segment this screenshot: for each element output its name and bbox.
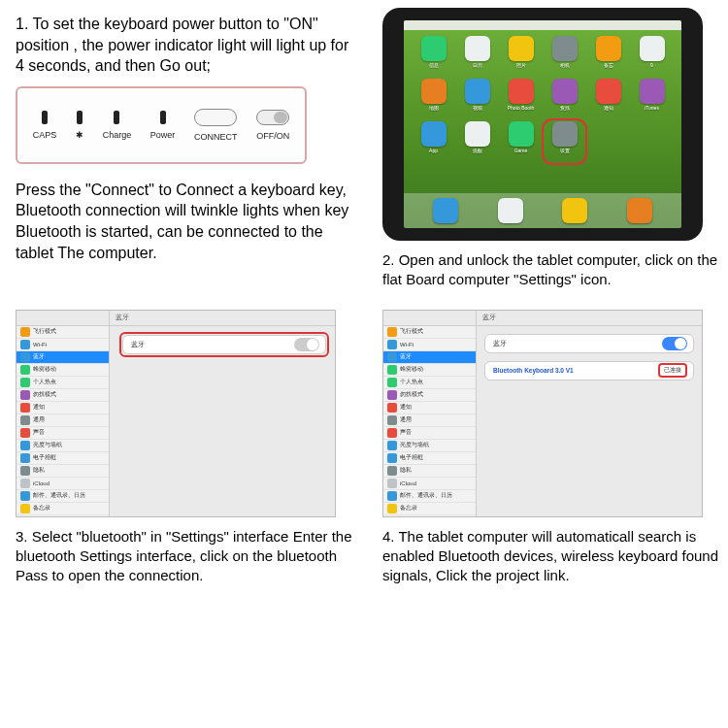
sidebar-item[interactable]: 通用 (17, 414, 109, 427)
sidebar-item[interactable]: Wi-Fi (17, 339, 109, 351)
sidebar-item[interactable]: 亮度与墙纸 (17, 440, 109, 452)
sidebar-item[interactable]: 备忘录 (383, 503, 476, 515)
sidebar-item-label: 个人热点 (33, 378, 56, 386)
bluetooth-toggle-off[interactable] (294, 338, 319, 351)
step1-body: Press the "Connect" to Connect a keyboar… (16, 180, 353, 263)
connect-button[interactable]: CONNECT (194, 109, 238, 142)
sidebar-item-label: 通知 (400, 403, 412, 412)
home-screen[interactable]: 信息日历照片相机备忘9地图视频Photo Booth查找通知iTunesApp提… (404, 30, 681, 193)
step-2: 信息日历照片相机备忘9地图视频Photo Booth查找通知iTunesApp提… (382, 8, 720, 290)
dock-app-icon[interactable] (433, 198, 458, 223)
bluetooth-toggle-row[interactable]: 蓝牙 (122, 335, 326, 354)
device-row[interactable]: Bluetooth Keyboard 3.0 V1 已连接 (484, 361, 694, 381)
app-icon[interactable]: 视频 (457, 79, 497, 119)
sidebar-item[interactable]: 通知 (383, 402, 476, 414)
sidebar-item[interactable]: 蓝牙 (17, 351, 109, 364)
app-icon[interactable]: 信息 (414, 36, 453, 77)
sidebar-item-label: iCloud (400, 480, 416, 486)
sidebar-item[interactable]: 隐私 (383, 465, 476, 478)
app-icon[interactable]: 地图 (414, 79, 453, 119)
sidebar-item[interactable]: 个人热点 (383, 377, 476, 389)
sidebar-item[interactable]: 蜂窝移动 (383, 364, 476, 377)
dock-app-icon[interactable] (498, 198, 523, 223)
settings-app-icon[interactable]: 设置 (545, 121, 584, 162)
bluetooth-toggle-highlight: 蓝牙 (121, 334, 327, 355)
sidebar-item[interactable]: iCloud (383, 478, 476, 490)
sidebar-item[interactable]: 蜂窝移动 (17, 364, 109, 377)
settings-sidebar[interactable]: 飞行模式Wi-Fi蓝牙蜂窝移动个人热点勿扰模式通知通用声音亮度与墙纸电子相框隐私… (383, 311, 477, 516)
bluetooth-label: 蓝牙 (493, 339, 507, 348)
app-icon[interactable]: 相机 (545, 36, 584, 77)
sidebar-item-label: 隐私 (33, 466, 45, 475)
sidebar-item-label: iCloud (33, 480, 50, 486)
settings-sidebar[interactable]: 飞行模式Wi-Fi蓝牙蜂窝移动个人热点勿扰模式通知通用声音亮度与墙纸电子相框隐私… (17, 311, 110, 516)
sidebar-item[interactable]: 通知 (17, 402, 109, 414)
sidebar-item-label: 备忘录 (33, 504, 50, 513)
app-icon[interactable]: iTunes (632, 79, 672, 119)
bluetooth-toggle-on[interactable] (662, 337, 687, 350)
dock[interactable] (404, 193, 681, 228)
sidebar-item-label: 个人热点 (400, 378, 423, 386)
sidebar-item[interactable]: 声音 (383, 427, 476, 440)
device-name: Bluetooth Keyboard 3.0 V1 (493, 367, 574, 374)
app-icon[interactable]: 备忘 (588, 36, 628, 77)
device-status-badge: 已连接 (658, 363, 687, 378)
status-bar (404, 20, 681, 30)
sidebar-item-label: 声音 (400, 428, 412, 437)
sidebar-item[interactable]: 隐私 (17, 465, 109, 478)
sidebar-item[interactable]: iCloud (17, 478, 109, 490)
sidebar-item[interactable]: 邮件、通讯录、日历 (17, 490, 109, 503)
step4-caption: 4. The tablet computer will automaticall… (382, 527, 720, 586)
app-icon[interactable]: 9 (632, 36, 672, 77)
step-3: 飞行模式Wi-Fi蓝牙蜂窝移动个人热点勿扰模式通知通用声音亮度与墙纸电子相框隐私… (16, 310, 353, 586)
step2-caption: 2. Open and unlock the tablet computer, … (382, 250, 720, 290)
power-led: Power (150, 111, 176, 140)
settings-screenshot-4: 飞行模式Wi-Fi蓝牙蜂窝移动个人热点勿扰模式通知通用声音亮度与墙纸电子相框隐私… (382, 310, 703, 517)
sidebar-item-label: 声音 (33, 428, 45, 437)
sidebar-item-label: 飞行模式 (400, 327, 423, 336)
sidebar-item[interactable]: 通用 (383, 414, 476, 427)
app-icon[interactable]: 查找 (545, 79, 584, 119)
bluetooth-toggle-row[interactable]: 蓝牙 (484, 334, 694, 353)
sidebar-item-label: 通知 (33, 403, 45, 412)
app-icon[interactable]: 通知 (588, 79, 628, 119)
sidebar-item-label: 蜂窝移动 (400, 365, 423, 374)
app-icon (632, 121, 672, 162)
sidebar-item[interactable]: 电子相框 (383, 452, 476, 465)
sidebar-item[interactable]: Wi-Fi (383, 339, 476, 351)
sidebar-item-label: 邮件、通讯录、日历 (33, 491, 85, 500)
sidebar-item-label: Wi-Fi (33, 342, 47, 347)
app-icon[interactable]: Game (501, 121, 541, 162)
app-icon (588, 121, 628, 162)
app-icon[interactable]: 提醒 (457, 121, 497, 162)
bluetooth-label: 蓝牙 (131, 340, 145, 349)
sidebar-item[interactable]: 声音 (17, 427, 109, 440)
caps-led: CAPS (33, 111, 57, 140)
sidebar-item-label: 通用 (33, 415, 45, 424)
dock-app-icon[interactable] (562, 198, 587, 223)
app-icon[interactable]: App (414, 121, 453, 162)
sidebar-item-label: 蓝牙 (33, 352, 45, 361)
sidebar-item[interactable]: 个人热点 (17, 377, 109, 389)
sidebar-item[interactable]: 邮件、通讯录、日历 (383, 490, 476, 503)
sidebar-item[interactable]: 勿扰模式 (17, 389, 109, 402)
power-switch[interactable]: OFF/ON (256, 110, 289, 141)
sidebar-item-label: 备忘录 (400, 504, 417, 513)
sidebar-item-label: 蜂窝移动 (33, 365, 56, 374)
sidebar-item-label: 电子相框 (33, 453, 56, 462)
sidebar-item[interactable]: 电子相框 (17, 452, 109, 465)
settings-screenshot-3: 飞行模式Wi-Fi蓝牙蜂窝移动个人热点勿扰模式通知通用声音亮度与墙纸电子相框隐私… (16, 310, 336, 517)
dock-app-icon[interactable] (627, 198, 652, 223)
app-icon[interactable]: 照片 (501, 36, 541, 77)
step1-intro: 1. To set the keyboard power button to "… (16, 14, 353, 77)
sidebar-item[interactable]: 勿扰模式 (383, 389, 476, 402)
sidebar-item[interactable]: 飞行模式 (383, 326, 476, 339)
sidebar-item[interactable]: 备忘录 (17, 503, 109, 515)
sidebar-item[interactable]: 亮度与墙纸 (383, 440, 476, 452)
app-icon[interactable]: Photo Booth (501, 79, 541, 119)
sidebar-item[interactable]: 蓝牙 (383, 351, 476, 364)
app-icon[interactable]: 日历 (457, 36, 497, 77)
sidebar-item[interactable]: 飞行模式 (17, 326, 109, 339)
tablet-screen: 信息日历照片相机备忘9地图视频Photo Booth查找通知iTunesApp提… (404, 20, 681, 228)
step-1: 1. To set the keyboard power button to "… (16, 8, 353, 290)
